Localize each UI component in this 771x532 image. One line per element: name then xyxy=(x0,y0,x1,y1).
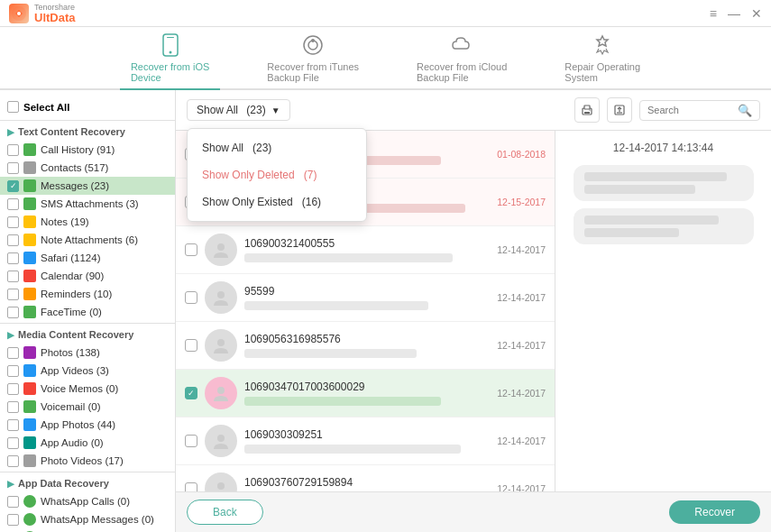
recover-button[interactable]: Recover xyxy=(669,500,760,524)
sidebar-contacts[interactable]: Contacts (517) xyxy=(0,159,175,177)
svg-point-11 xyxy=(589,109,590,110)
sidebar-messages[interactable]: ✓ Messages (23) xyxy=(0,177,175,195)
menu-icon[interactable]: ≡ xyxy=(710,6,717,21)
sidebar-note-attachments[interactable]: Note Attachments (6) xyxy=(0,231,175,249)
facetime-checkbox[interactable] xyxy=(7,307,19,318)
message-preview xyxy=(244,397,441,406)
sidebar-photo-videos[interactable]: Photo Videos (17) xyxy=(0,452,175,470)
notes-icon xyxy=(23,216,36,228)
svg-rect-10 xyxy=(584,112,590,114)
app-audio-icon xyxy=(23,436,36,449)
print-button[interactable] xyxy=(574,97,600,123)
content-area: Show All (23) ▼ xyxy=(176,90,771,532)
app-videos-checkbox[interactable] xyxy=(7,365,19,377)
back-button[interactable]: Back xyxy=(187,500,263,525)
filter-dropdown[interactable]: Show All (23) ▼ xyxy=(187,99,290,121)
app-photos-checkbox[interactable] xyxy=(7,419,19,431)
message-date: 12-14-2017 xyxy=(497,244,546,255)
sidebar-whatsapp-calls[interactable]: WhatsApp Calls (0) xyxy=(0,492,175,510)
message-date: 12-15-2017 xyxy=(497,197,546,207)
safari-checkbox[interactable] xyxy=(7,252,19,264)
filter-bar: Show All (23) ▼ xyxy=(176,90,771,131)
note-attach-checkbox[interactable] xyxy=(7,234,19,246)
filter-show-existed[interactable]: Show Only Existed (16) xyxy=(188,188,366,216)
messages-checkbox[interactable]: ✓ xyxy=(7,180,19,192)
msg-checkbox[interactable] xyxy=(185,339,197,352)
select-all-checkbox[interactable] xyxy=(7,101,19,113)
message-row[interactable]: 1069056316985576 12-14-2017 xyxy=(176,322,555,370)
filter-show-deleted[interactable]: Show Only Deleted (7) xyxy=(188,161,366,188)
window-controls[interactable]: ≡ — ✕ xyxy=(710,6,762,21)
sidebar-whatsapp-attachments[interactable]: WhatsApp Attachments (0) xyxy=(0,528,175,532)
sidebar-photos[interactable]: Photos (138) xyxy=(0,344,175,362)
minimize-button[interactable]: — xyxy=(728,6,740,21)
message-row[interactable]: ✓ 10690347017003600029 12-14-2017 xyxy=(176,370,555,417)
message-date: 12-14-2017 xyxy=(497,483,546,491)
msg-checkbox[interactable] xyxy=(185,435,197,447)
photos-checkbox[interactable] xyxy=(7,347,19,359)
app-audio-checkbox[interactable] xyxy=(7,437,19,449)
notes-checkbox[interactable] xyxy=(7,216,19,228)
wa-messages-checkbox[interactable] xyxy=(7,514,19,526)
message-preview xyxy=(244,349,417,358)
tab-recover-icloud[interactable]: Recover from iCloudBackup File xyxy=(406,27,518,88)
filter-label: Show All xyxy=(197,104,238,116)
message-content: 1069030309251 xyxy=(244,428,490,454)
tab-repair[interactable]: Repair OperatingSystem xyxy=(554,27,651,88)
sidebar-reminders[interactable]: Reminders (10) xyxy=(0,285,175,303)
svg-point-18 xyxy=(217,387,225,394)
filter-show-all[interactable]: Show All (23) xyxy=(188,134,366,161)
facetime-icon xyxy=(23,306,36,318)
message-avatar xyxy=(205,425,237,457)
section-text-recovery: ▶ Text Content Recovery xyxy=(0,123,175,141)
tab-itunes-label: Recover from iTunesBackup File xyxy=(267,61,359,83)
message-preview xyxy=(244,445,461,454)
photo-videos-checkbox[interactable] xyxy=(7,455,19,467)
voice-memos-checkbox[interactable] xyxy=(7,383,19,395)
sidebar-facetime[interactable]: FaceTime (0) xyxy=(0,303,175,321)
note-attach-icon xyxy=(23,234,36,246)
message-row[interactable]: 1069030309251 12-14-2017 xyxy=(176,417,555,465)
close-button[interactable]: ✕ xyxy=(751,6,762,21)
svg-rect-4 xyxy=(167,37,174,38)
tab-recover-itunes[interactable]: Recover from iTunesBackup File xyxy=(256,27,370,88)
msg-checkbox[interactable] xyxy=(185,243,197,256)
reminders-icon xyxy=(23,288,36,300)
export-button[interactable] xyxy=(607,97,632,123)
message-date: 12-14-2017 xyxy=(497,436,546,446)
sidebar-notes[interactable]: Notes (19) xyxy=(0,213,175,231)
titlebar: Tenorshare UltData ≡ — ✕ xyxy=(0,0,771,27)
message-row[interactable]: 95599 12-14-2017 xyxy=(176,274,555,322)
search-box[interactable]: 🔍 xyxy=(639,100,760,121)
sidebar-voicemail[interactable]: Voicemail (0) xyxy=(0,398,175,416)
tab-recover-ios[interactable]: Recover from iOSDevice xyxy=(120,27,220,90)
voicemail-checkbox[interactable] xyxy=(7,401,19,413)
message-row[interactable]: 106903760729159894 12-14-2017 xyxy=(176,465,555,491)
sidebar: Select All ▶ Text Content Recovery Call … xyxy=(0,90,176,532)
message-date: 12-14-2017 xyxy=(497,340,546,351)
sidebar-voice-memos[interactable]: Voice Memos (0) xyxy=(0,380,175,398)
calendar-checkbox[interactable] xyxy=(7,271,19,282)
sms-attach-checkbox[interactable] xyxy=(7,198,19,210)
photo-videos-icon xyxy=(23,454,36,467)
sidebar-sms-attachments[interactable]: SMS Attachments (3) xyxy=(0,195,175,213)
reminders-checkbox[interactable] xyxy=(7,289,19,300)
sidebar-calendar[interactable]: Calendar (90) xyxy=(0,267,175,285)
sidebar-whatsapp-messages[interactable]: WhatsApp Messages (0) xyxy=(0,510,175,528)
message-date: 01-08-2018 xyxy=(497,149,546,160)
sidebar-app-audio[interactable]: App Audio (0) xyxy=(0,434,175,452)
search-input[interactable] xyxy=(647,105,738,115)
contacts-checkbox[interactable] xyxy=(7,162,19,174)
msg-checkbox[interactable]: ✓ xyxy=(185,387,197,399)
sidebar-app-photos[interactable]: App Photos (44) xyxy=(0,416,175,434)
sidebar-app-videos[interactable]: App Videos (3) xyxy=(0,362,175,380)
sidebar-safari[interactable]: Safari (1124) xyxy=(0,249,175,267)
sidebar-call-history[interactable]: Call History (91) xyxy=(0,141,175,159)
msg-checkbox[interactable] xyxy=(185,482,197,491)
wa-calls-checkbox[interactable] xyxy=(7,496,19,508)
call-history-checkbox[interactable] xyxy=(7,144,19,156)
select-all-item[interactable]: Select All xyxy=(0,96,175,118)
app-videos-icon xyxy=(23,364,36,377)
msg-checkbox[interactable] xyxy=(185,291,197,304)
message-row[interactable]: 106900321400555 12-14-2017 xyxy=(176,226,555,274)
